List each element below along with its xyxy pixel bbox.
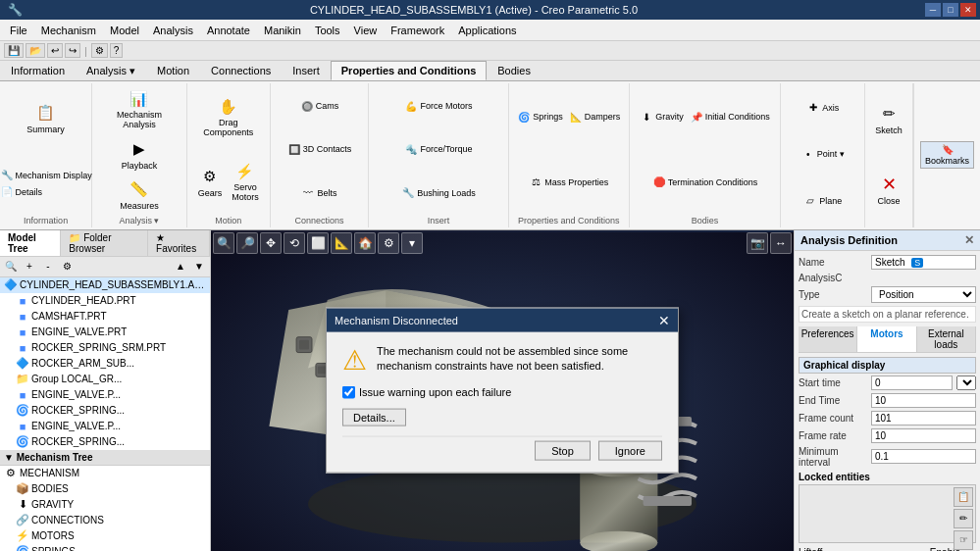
btn-gravity[interactable]: ⬇ Gravity (638, 109, 686, 125)
tree-expand-btn[interactable]: + (21, 258, 38, 276)
ignore-button[interactable]: Ignore (598, 440, 662, 460)
menu-file[interactable]: File (4, 23, 33, 38)
list-item[interactable]: ■ CYLINDER_HEAD.PRT (0, 293, 210, 309)
quick-settings-btn[interactable]: ⚙ (91, 43, 108, 58)
warning-checkbox[interactable] (342, 385, 355, 398)
end-time-input[interactable] (871, 393, 976, 408)
details-button[interactable]: Details... (342, 408, 406, 426)
tree-collapse-btn[interactable]: - (39, 258, 57, 276)
menu-view[interactable]: View (348, 23, 384, 38)
frame-count-input[interactable] (871, 411, 976, 426)
minimize-button[interactable]: ─ (925, 3, 941, 17)
list-item[interactable]: ■ ENGINE_VALVE.PRT (0, 325, 210, 340)
list-item[interactable]: 🌀 SPRINGS (0, 544, 210, 551)
btn-mechanism-analysis[interactable]: 📊 MechanismAnalysis (113, 85, 166, 133)
btn-summary[interactable]: 📋 Summary (23, 99, 69, 137)
quick-help-btn[interactable]: ? (110, 43, 124, 58)
frame-rate-input[interactable] (871, 428, 976, 443)
quick-redo-btn[interactable]: ↪ (65, 43, 80, 58)
btn-axis[interactable]: ✚ Axis (804, 100, 841, 116)
menu-mechanism[interactable]: Mechanism (35, 23, 102, 38)
tab-motion[interactable]: Motion (146, 61, 200, 80)
list-item[interactable]: 🌀 ROCKER_SPRING... (0, 434, 210, 450)
tab-favorites[interactable]: ★ Favorites (148, 230, 210, 256)
sidebar-item-motors[interactable]: ⚡ MOTORS (0, 528, 210, 544)
btn-measures[interactable]: 📏 Measures (116, 175, 163, 214)
close-button[interactable]: ✕ (960, 3, 976, 17)
menu-tools[interactable]: Tools (309, 23, 346, 38)
stop-button[interactable]: Stop (535, 440, 591, 460)
tree-nav-up-btn[interactable]: ▲ (172, 258, 189, 276)
start-time-unit-select[interactable] (956, 376, 976, 390)
mechanism-tree-header[interactable]: ▼ Mechanism Tree (0, 450, 210, 466)
locked-add-btn[interactable]: 📋 (954, 487, 973, 507)
menu-annotate[interactable]: Annotate (201, 23, 256, 38)
tab-motors[interactable]: Motors (857, 326, 916, 352)
tab-bodies[interactable]: Bodies (487, 61, 542, 80)
tab-properties[interactable]: Properties and Conditions (331, 61, 488, 80)
list-item[interactable]: ■ ROCKER_SPRING_SRM.PRT (0, 340, 210, 356)
btn-sketch[interactable]: ✏ Sketch (871, 100, 906, 138)
btn-force-torque[interactable]: 🔩 Force/Torque (402, 141, 474, 157)
tree-nav-down-btn[interactable]: ▼ (190, 258, 208, 276)
tree-search-btn[interactable]: 🔍 (2, 258, 20, 276)
menu-model[interactable]: Model (104, 23, 145, 38)
btn-point[interactable]: • Point ▾ (799, 146, 847, 162)
menu-manikin[interactable]: Manikin (258, 23, 307, 38)
tab-connections[interactable]: Connections (200, 61, 282, 80)
min-interval-input[interactable] (871, 449, 976, 464)
quick-save-btn[interactable]: 💾 (4, 43, 24, 58)
tab-analysis[interactable]: Analysis ▾ (76, 61, 146, 80)
menu-applications[interactable]: Applications (452, 23, 522, 38)
btn-springs[interactable]: 🌀 Springs (515, 109, 565, 125)
btn-playback[interactable]: ▶ Playback (118, 135, 162, 174)
list-item[interactable]: ■ CAMSHAFT.PRT (0, 309, 210, 325)
btn-initial-conditions[interactable]: 📌 Initial Conditions (688, 109, 772, 125)
btn-bushing-loads[interactable]: 🔧 Bushing Loads (399, 185, 478, 201)
list-item[interactable]: 📁 Group LOCAL_GR... (0, 372, 210, 387)
right-panel-close-button[interactable]: ✕ (964, 233, 974, 247)
tree-content[interactable]: 🔷 CYLINDER_HEAD_SUBASSEMBLY1.ASM ■ CYLIN… (0, 277, 210, 551)
btn-belts[interactable]: 〰 Belts (299, 185, 338, 201)
tree-root-item[interactable]: 🔷 CYLINDER_HEAD_SUBASSEMBLY1.ASM (0, 277, 210, 293)
btn-details[interactable]: 📄 Details (0, 184, 94, 200)
btn-3d-contacts[interactable]: 🔲 3D Contacts (285, 141, 354, 157)
quick-undo-btn[interactable]: ↩ (47, 43, 63, 58)
list-item[interactable]: 🔗 CONNECTIONS (0, 513, 210, 528)
tree-settings-btn[interactable]: ⚙ (58, 258, 76, 276)
menu-analysis[interactable]: Analysis (147, 23, 199, 38)
tab-information[interactable]: Information (0, 61, 76, 80)
start-time-input[interactable] (871, 376, 953, 390)
list-item[interactable]: ⬇ GRAVITY (0, 497, 210, 513)
menu-framework[interactable]: Framework (385, 23, 450, 38)
model-3d-view[interactable]: Mechanism Disconnected ✕ ⚠ The mechanism… (211, 230, 794, 551)
btn-termination-conditions[interactable]: 🛑 Termination Conditions (650, 175, 760, 190)
mech-root-item[interactable]: ⚙ MECHANISM (0, 466, 210, 481)
list-item[interactable]: ■ ENGINE_VALVE.P... (0, 419, 210, 434)
btn-mechanism-display[interactable]: 🔧 Mechanism Display (0, 168, 94, 183)
btn-drag-components[interactable]: ✋ DragComponents (199, 93, 257, 141)
list-item[interactable]: ■ ENGINE_VALVE.P... (0, 387, 210, 403)
btn-servo-motors[interactable]: ⚡ ServoMotors (228, 158, 263, 206)
locked-edit-btn[interactable]: ✏ (954, 509, 973, 528)
bookmarks-btn[interactable]: 🔖 Bookmarks (920, 141, 974, 169)
tab-external-loads[interactable]: External loads (917, 326, 976, 352)
btn-force-motors[interactable]: 💪 Force Motors (402, 98, 474, 114)
list-item[interactable]: 🌀 ROCKER_SPRING... (0, 403, 210, 419)
btn-mass-properties[interactable]: ⚖ Mass Properties (527, 175, 610, 190)
list-item[interactable]: 🔷 ROCKER_ARM_SUB... (0, 356, 210, 372)
list-item[interactable]: 📦 BODIES (0, 481, 210, 497)
tab-model-tree[interactable]: Model Tree (0, 230, 61, 256)
btn-dampers[interactable]: 📐 Dampers (567, 109, 623, 125)
dialog-close-button[interactable]: ✕ (658, 312, 670, 327)
tab-insert[interactable]: Insert (282, 61, 331, 80)
locked-pointer-btn[interactable]: ☞ (954, 530, 973, 550)
btn-plane[interactable]: ▱ Plane (801, 193, 844, 209)
tab-preferences[interactable]: Preferences (799, 326, 857, 352)
btn-gears[interactable]: ⚙ Gears (194, 163, 227, 201)
btn-close-ribbon[interactable]: ✕ Close (874, 171, 904, 209)
tab-folder-browser[interactable]: 📁 Folder Browser (61, 230, 148, 256)
quick-open-btn[interactable]: 📂 (26, 43, 45, 58)
maximize-button[interactable]: □ (943, 3, 958, 17)
type-select[interactable]: Position (871, 286, 976, 303)
